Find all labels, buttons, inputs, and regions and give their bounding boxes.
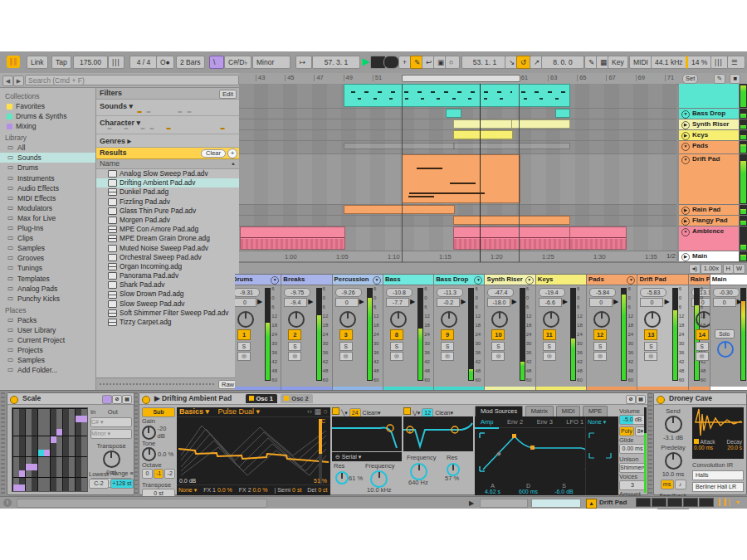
monitor-button[interactable]: ◎ — [543, 352, 556, 361]
scale-grid-cell[interactable] — [76, 416, 81, 422]
track-activator[interactable]: 14 — [696, 329, 709, 340]
scale-grid-cell[interactable] — [44, 478, 50, 485]
transpose-knob[interactable] — [103, 450, 120, 468]
file-row[interactable]: Fizzling Pad.adv — [96, 197, 239, 207]
scale-grid-cell[interactable] — [76, 450, 81, 456]
filter-tag[interactable] — [107, 111, 110, 113]
scale-grid-cell[interactable] — [44, 464, 50, 470]
filter1-curve[interactable] — [332, 416, 402, 451]
sort-icon[interactable]: ▲ — [231, 159, 236, 168]
filter-tag[interactable] — [107, 128, 112, 129]
filter-tag[interactable] — [190, 128, 193, 129]
track-lane[interactable] — [239, 109, 676, 119]
preview-waveform[interactable] — [100, 383, 214, 385]
mixer-track-name[interactable]: Bass Drop▼ — [434, 275, 484, 285]
track-activator[interactable]: 1 — [237, 329, 251, 340]
scale-grid-cell[interactable] — [81, 429, 87, 436]
filter-tag[interactable] — [124, 128, 129, 129]
scale-grid-cell[interactable] — [13, 464, 19, 470]
tab-osc2[interactable]: Osc 2 — [281, 394, 312, 403]
scale-grid-cell[interactable] — [44, 485, 50, 491]
scale-grid-cell[interactable] — [81, 478, 87, 485]
device-drag-handle[interactable] — [648, 392, 652, 495]
filter2-freq-value[interactable]: 640 Hz — [408, 479, 428, 486]
group-unfold-icon[interactable]: ▼ — [474, 276, 482, 285]
group-unfold-icon[interactable]: ▼ — [627, 276, 635, 285]
unfold-icon[interactable]: ▶ — [681, 217, 690, 226]
clip[interactable] — [511, 119, 570, 129]
collection-item[interactable]: Favorites — [0, 101, 95, 111]
filter-tag[interactable] — [122, 111, 125, 113]
scale-grid-cell[interactable] — [19, 409, 25, 416]
track-header[interactable]: ▼Bass Drop — [679, 109, 747, 119]
mixer-track-name[interactable]: Rain Pad▼ — [689, 275, 710, 285]
detune-value[interactable]: 0 ct — [318, 487, 327, 493]
mixer-track-name[interactable]: Breaks▼ — [281, 275, 331, 285]
arrangement-position[interactable]: 57. 3. 1 — [312, 56, 360, 69]
decay-value[interactable]: 600 ms — [510, 489, 546, 494]
file-row[interactable]: Slow Drown Pad.adg — [96, 290, 239, 299]
scale-grid-cell[interactable] — [38, 464, 44, 470]
shape-toggle[interactable] — [694, 439, 699, 444]
scale-mode-icon[interactable]: \ — [209, 56, 224, 69]
fx2-value[interactable]: 0.0 % — [253, 487, 268, 493]
scale-grid-cell[interactable] — [44, 470, 50, 477]
send-value[interactable]: -3.1 dB — [657, 434, 690, 441]
scale-grid-cell[interactable] — [63, 470, 69, 477]
lock-icon[interactable]: ■ — [730, 74, 740, 84]
scale-grid-cell[interactable] — [81, 409, 87, 416]
filter-tag[interactable] — [170, 111, 173, 113]
scale-grid-cell[interactable] — [56, 416, 62, 422]
pan-knob[interactable] — [237, 311, 254, 328]
volume-field[interactable]: -7.7 — [386, 298, 409, 307]
cpu-meter[interactable]: 14 % — [686, 56, 711, 69]
track-header[interactable] — [679, 84, 747, 109]
peak-level[interactable]: -9.26 — [335, 288, 362, 297]
clip[interactable] — [555, 109, 570, 118]
library-item[interactable]: ▭Sounds — [0, 153, 95, 163]
key-map-button[interactable]: Key — [608, 56, 628, 69]
scale-grid-cell[interactable] — [51, 416, 56, 422]
scale-grid-cell[interactable] — [63, 457, 69, 464]
scale-grid-cell[interactable] — [81, 464, 87, 470]
scale-grid-cell[interactable] — [38, 450, 44, 456]
fader-handle[interactable]: ▶ — [461, 298, 466, 305]
peak-level[interactable]: -47.4 — [487, 288, 514, 297]
scale-grid-cell[interactable] — [63, 478, 69, 485]
scale-grid-cell[interactable] — [38, 470, 44, 477]
fader-handle[interactable]: ▶ — [410, 298, 415, 305]
scale-grid-cell[interactable] — [56, 450, 62, 456]
pan-knob[interactable] — [390, 311, 407, 328]
track-lane[interactable] — [239, 205, 676, 216]
filter2-res-value[interactable]: 57 % — [445, 475, 459, 482]
scale-grid-cell[interactable] — [13, 478, 19, 485]
tab-midi[interactable]: MIDI — [556, 406, 581, 416]
scale-grid-cell[interactable] — [63, 429, 69, 436]
volume-field[interactable]: 0 — [335, 298, 359, 307]
solo-button[interactable]: S — [696, 342, 709, 351]
track-lane[interactable]: 1:001:051:101:151:201:251:301:35 — [239, 251, 676, 262]
map-icon[interactable] — [102, 395, 112, 404]
scale-grid-cell[interactable] — [56, 457, 62, 464]
library-item[interactable]: ▭Templates — [0, 274, 95, 284]
scale-grid-cell[interactable] — [19, 450, 25, 456]
volume-value[interactable]: -5.0 dB — [619, 415, 646, 425]
filter-tag[interactable] — [159, 128, 162, 129]
scale-grid-cell[interactable] — [32, 485, 37, 491]
attack-value[interactable]: 0.00 ms — [694, 445, 713, 450]
scale-grid-cell[interactable] — [56, 464, 62, 470]
ableton-logo-icon[interactable] — [7, 56, 20, 68]
sync-toggle[interactable]: ♪ — [675, 480, 686, 489]
clip[interactable] — [519, 84, 570, 107]
library-item[interactable]: ▭Samples — [0, 243, 95, 253]
track-header[interactable]: ▼Drift Pad — [679, 154, 747, 205]
scale-grid-cell[interactable] — [69, 443, 75, 450]
track-header[interactable]: ▼Ambience — [679, 226, 747, 251]
time-signature-field[interactable]: 4 / 4 — [129, 56, 158, 69]
scale-grid-cell[interactable] — [19, 478, 25, 485]
filter1-freq-value[interactable]: 10.0 kHz — [367, 486, 392, 494]
tab-osc1[interactable]: Osc 1 — [246, 394, 277, 403]
scale-grid-cell[interactable] — [51, 478, 56, 485]
filter-tag[interactable] — [149, 128, 154, 129]
scale-grid-cell[interactable] — [81, 470, 87, 477]
